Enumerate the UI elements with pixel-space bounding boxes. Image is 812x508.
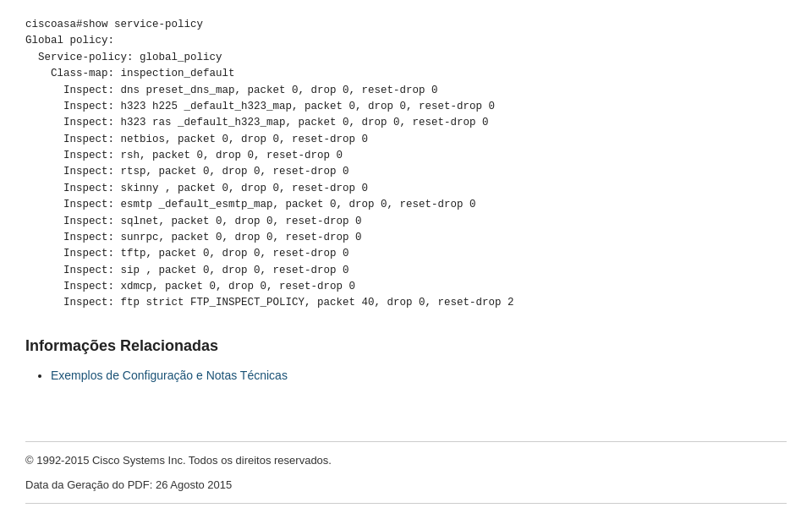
footer-divider-top [25, 441, 787, 442]
list-item: Exemplos de Configuração e Notas Técnica… [51, 369, 787, 382]
footer: © 1992-2015 Cisco Systems Inc. Todos os … [0, 441, 812, 508]
related-list: Exemplos de Configuração e Notas Técnica… [25, 369, 787, 382]
footer-divider-bottom [25, 503, 787, 504]
related-link[interactable]: Exemplos de Configuração e Notas Técnica… [51, 369, 288, 382]
code-prompt: ciscoasa#show service-policy [25, 19, 203, 30]
footer-copyright: © 1992-2015 Cisco Systems Inc. Todos os … [25, 454, 787, 467]
footer-date: Data da Geração do PDF: 26 Agosto 2015 [25, 478, 787, 491]
code-block: ciscoasa#show service-policy Global poli… [25, 17, 787, 312]
related-section-title: Informações Relacionadas [25, 337, 787, 355]
code-content: Global policy: Service-policy: global_po… [25, 35, 514, 309]
main-content: ciscoasa#show service-policy Global poli… [0, 0, 812, 424]
